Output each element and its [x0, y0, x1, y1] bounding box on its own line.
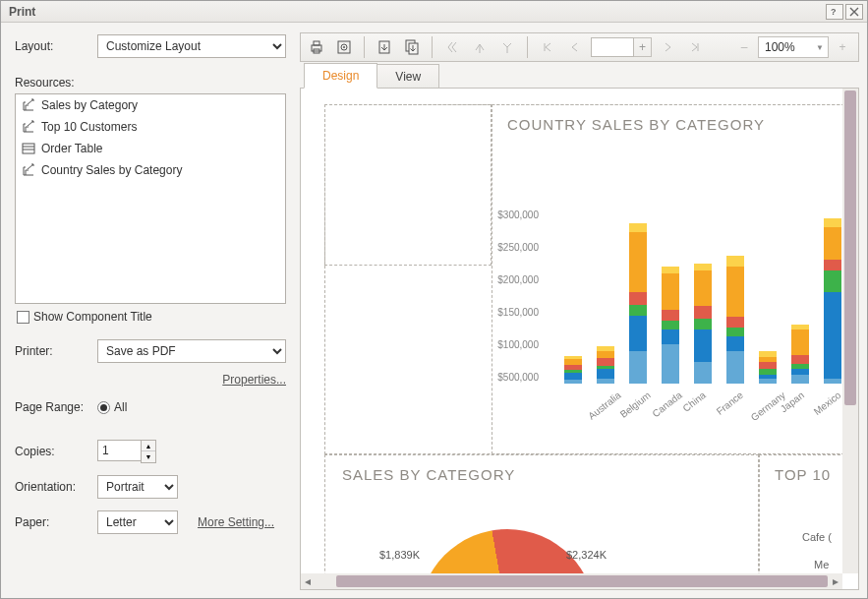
nav-prev-button: [440, 35, 464, 59]
resources-label: Resources:: [15, 76, 286, 90]
chart-icon: [22, 163, 35, 177]
vertical-scrollbar[interactable]: [842, 89, 858, 573]
y-tick: $150,000: [497, 307, 545, 318]
show-component-title-label: Show Component Title: [33, 310, 152, 324]
zoom-select[interactable]: 100% ▼: [758, 36, 829, 58]
merge-left-icon: [445, 40, 459, 54]
panel-title-top10: TOP 10: [775, 466, 831, 483]
x-tick: China: [681, 389, 708, 414]
resources-list[interactable]: Sales by Category Top 10 Customers Order…: [15, 93, 286, 304]
svg-rect-5: [314, 41, 319, 45]
layout-label: Layout:: [15, 39, 97, 53]
bar: [824, 218, 841, 384]
page-range-all-label: All: [114, 400, 127, 414]
paper-label: Paper:: [15, 515, 97, 529]
zoom-out-button: –: [732, 35, 756, 59]
panel-title-country-sales: COUNTRY SALES BY CATEGORY: [507, 116, 765, 133]
bar: [662, 267, 679, 384]
chart-icon: [22, 120, 35, 134]
window-title: Print: [9, 5, 35, 19]
y-tick: $250,000: [497, 242, 545, 253]
show-component-title-checkbox[interactable]: [17, 311, 29, 324]
print-button[interactable]: [305, 35, 328, 59]
y-tick: $300,000: [497, 210, 545, 220]
bar: [597, 346, 614, 384]
list-item-label: Top 10 Customers: [41, 120, 137, 134]
page-setup-button[interactable]: [332, 35, 356, 59]
titlebar: Print ?: [1, 1, 867, 23]
layout-select[interactable]: Customize Layout: [97, 34, 286, 58]
copies-input[interactable]: [97, 440, 141, 461]
zoom-in-button: +: [831, 35, 854, 59]
bar: [759, 351, 777, 384]
scroll-left-button[interactable]: ◂: [301, 574, 315, 588]
pie-label: $1,839K: [379, 549, 420, 561]
chevron-down-icon: ▼: [816, 43, 828, 52]
prev-page-button: [563, 35, 587, 59]
preview-tabs: Design View: [300, 61, 859, 89]
y-tick: $500,000: [497, 372, 545, 383]
help-button[interactable]: ?: [826, 4, 843, 20]
orientation-label: Orientation:: [15, 480, 97, 494]
scroll-right-button[interactable]: ▸: [829, 574, 842, 588]
table-icon: [22, 142, 35, 155]
next-page-button: [656, 35, 679, 59]
preview-text: Me: [814, 559, 829, 570]
merge-up-icon: [473, 40, 487, 54]
gear-page-icon: [336, 39, 352, 55]
split-icon: [500, 40, 514, 54]
list-item-label: Order Table: [41, 142, 102, 155]
tab-view[interactable]: View: [376, 64, 439, 89]
zoom-value: 100%: [765, 40, 795, 54]
tab-design[interactable]: Design: [304, 63, 377, 89]
list-item[interactable]: Top 10 Customers: [16, 116, 285, 138]
y-tick: $100,000: [497, 339, 545, 350]
list-item[interactable]: Order Table: [16, 138, 285, 159]
first-page-button: [536, 35, 559, 59]
more-settings-link[interactable]: More Setting...: [198, 515, 274, 529]
printer-select[interactable]: Save as PDF: [97, 339, 286, 363]
page-number-input[interactable]: [591, 37, 634, 57]
close-button[interactable]: [845, 4, 863, 20]
last-page-icon: [689, 41, 701, 53]
print-dialog: Print ? Layout: Customize Layout Resourc…: [0, 0, 868, 599]
export-all-button[interactable]: [400, 35, 424, 59]
next-page-icon: [662, 41, 673, 53]
nav-branch-button: [495, 35, 519, 59]
bar: [791, 325, 809, 384]
bar: [629, 223, 647, 384]
page-range-label: Page Range:: [15, 400, 97, 414]
list-item[interactable]: Country Sales by Category: [16, 159, 285, 181]
first-page-icon: [542, 41, 553, 53]
svg-rect-1: [23, 144, 34, 153]
paper-select[interactable]: Letter: [97, 510, 178, 534]
orientation-select[interactable]: Portrait: [97, 475, 178, 499]
export-button[interactable]: [373, 35, 396, 59]
export-all-icon: [404, 39, 420, 55]
vertical-scroll-thumb[interactable]: [844, 90, 856, 405]
preview-canvas: COUNTRY SALES BY CATEGORY $300,000 $250,…: [300, 88, 859, 590]
preview-page[interactable]: COUNTRY SALES BY CATEGORY $300,000 $250,…: [301, 89, 858, 589]
svg-text:?: ?: [831, 7, 837, 17]
copies-up-button[interactable]: ▲: [142, 441, 155, 451]
copies-label: Copies:: [15, 445, 97, 458]
preview-toolbar: + – 100% ▼ +: [300, 32, 859, 62]
page-plus-indicator: +: [634, 37, 652, 57]
copies-down-button[interactable]: ▼: [142, 451, 155, 462]
page-range-all-radio[interactable]: [97, 401, 110, 414]
left-pane: Layout: Customize Layout Resources: Sale…: [1, 23, 296, 598]
printer-properties-link[interactable]: Properties...: [222, 373, 286, 387]
bar: [726, 256, 744, 384]
svg-point-9: [343, 46, 345, 48]
prev-page-icon: [569, 41, 581, 53]
close-icon: [849, 7, 859, 17]
help-icon: ?: [830, 7, 839, 17]
bar: [694, 264, 712, 384]
horizontal-scroll-thumb[interactable]: [336, 575, 828, 587]
preview-text: Cafe (: [802, 531, 832, 543]
list-item[interactable]: Sales by Category: [16, 94, 285, 116]
horizontal-scrollbar[interactable]: ◂ ▸: [301, 573, 842, 589]
y-tick: $200,000: [497, 274, 545, 285]
last-page-button: [683, 35, 707, 59]
export-icon: [376, 39, 392, 55]
